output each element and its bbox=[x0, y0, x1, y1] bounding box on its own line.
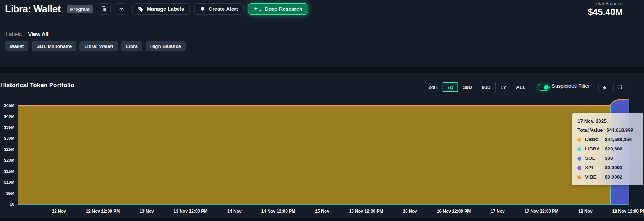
usdc-dot-icon bbox=[577, 138, 581, 142]
x-axis-label: 14 Nov bbox=[227, 209, 241, 214]
label-chip-libra-wallet[interactable]: Libra: Wallet bbox=[79, 41, 118, 51]
total-balance-label: Total Balance bbox=[588, 1, 623, 6]
label-chip-libra[interactable]: Libra bbox=[121, 41, 142, 51]
create-alert-label: Create Alert bbox=[209, 6, 238, 12]
range-all[interactable]: ALL bbox=[511, 82, 530, 92]
chart-title: Historical Token Portfolio bbox=[0, 82, 74, 89]
x-axis-label: 12 Nov 12:00 PM bbox=[86, 209, 120, 214]
y-axis-label: $10M bbox=[0, 180, 14, 184]
toggle-knob bbox=[544, 85, 549, 90]
y-axis-label: $45M bbox=[0, 103, 14, 108]
sparkle-small-icon: ✦ bbox=[259, 9, 261, 12]
y-axis-label: $5M bbox=[0, 191, 14, 195]
portfolio-area-chart[interactable] bbox=[18, 97, 629, 205]
labels-header: Labels View All bbox=[6, 31, 49, 37]
suspicious-filter-label: Suspicious Filter bbox=[552, 83, 590, 89]
page-title: Libra: Wallet bbox=[5, 4, 61, 15]
sol-dot-icon bbox=[577, 157, 581, 161]
wallet-dashboard: { "header": { "title": "Libra: Wallet", … bbox=[0, 0, 644, 221]
suspicious-filter-toggle[interactable] bbox=[538, 84, 550, 91]
tooltip-token-value: $29,606 bbox=[605, 145, 638, 153]
tag-icon bbox=[138, 6, 143, 12]
tooltip-total-label: Total Value bbox=[577, 127, 603, 134]
y-axis-label: $0 bbox=[0, 202, 14, 206]
manage-labels-label: Manage Labels bbox=[147, 6, 184, 12]
x-axis-label: 12 Nov bbox=[52, 209, 66, 214]
favorite-button[interactable]: ★ bbox=[598, 82, 611, 93]
tooltip-row-vibe: VIBE$0.0002 bbox=[572, 172, 643, 182]
tooltip-token-value: $44,589,356 bbox=[605, 136, 638, 143]
y-axis-label: $15M bbox=[0, 169, 14, 173]
y-axis-label: $30M bbox=[0, 136, 14, 140]
label-chip-sol-millionaire[interactable]: SOL Millionaire bbox=[32, 41, 76, 51]
xpi-dot-icon bbox=[577, 166, 581, 170]
x-axis-label: 17 Nov bbox=[490, 209, 504, 214]
tooltip-token-value: $0.0003 bbox=[605, 164, 638, 171]
range-1y[interactable]: 1Y bbox=[495, 82, 511, 92]
label-chips: WalletSOL MillionaireLibra: WalletLibraH… bbox=[5, 41, 186, 51]
x-axis-label: 17 Nov 12:00 PM bbox=[525, 209, 559, 214]
label-chip-high-balance[interactable]: High Balance bbox=[146, 41, 186, 51]
tooltip-token-name: LIBRA bbox=[585, 145, 605, 153]
x-axis-label: 16 Nov 12:00 PM bbox=[437, 209, 471, 214]
bell-icon bbox=[200, 6, 205, 12]
radar-button[interactable] bbox=[115, 3, 128, 15]
tooltip-row-usdc: USDC$44,589,356 bbox=[572, 135, 643, 144]
fullscreen-button[interactable] bbox=[613, 82, 626, 93]
tooltip-token-name: USDC bbox=[585, 136, 605, 143]
x-axis-label: 15 Nov bbox=[315, 209, 329, 214]
tooltip-token-value: $38 bbox=[605, 155, 638, 162]
vibe-dot-icon bbox=[577, 175, 581, 179]
tooltip-rows: USDC$44,589,356LIBRA$29,606SOL$38XPI$0.0… bbox=[572, 135, 643, 182]
label-chip-wallet[interactable]: Wallet bbox=[5, 41, 28, 51]
deep-research-button[interactable]: ✦✦ Deep Research bbox=[248, 3, 308, 15]
tooltip-date: 17 Nov, 2025 bbox=[572, 117, 643, 126]
y-axis-label: $20M bbox=[0, 158, 14, 162]
tooltip-token-name: XPI bbox=[585, 164, 605, 171]
header-row: Libra: Wallet Program Manage Labels Crea… bbox=[5, 2, 626, 16]
usdc-area bbox=[18, 106, 610, 205]
deep-research-label: Deep Research bbox=[265, 6, 302, 12]
range-90d[interactable]: 90D bbox=[477, 82, 495, 92]
star-icon: ★ bbox=[602, 84, 607, 91]
manage-labels-button[interactable]: Manage Labels bbox=[132, 3, 190, 15]
x-axis-label: 13 Nov bbox=[140, 209, 154, 214]
x-axis-label: 18 Nov 12:00 PM bbox=[612, 209, 644, 214]
range-30d[interactable]: 30D bbox=[458, 82, 477, 92]
create-alert-button[interactable]: Create Alert bbox=[194, 3, 244, 15]
x-axis-label: 18 Nov bbox=[578, 209, 592, 214]
sparkle-icon: ✦ bbox=[254, 6, 258, 12]
tooltip-token-value: $0.0002 bbox=[605, 173, 638, 181]
tooltip-total-value: $44,618,999 bbox=[606, 127, 633, 134]
y-axis-label: $40M bbox=[0, 114, 14, 118]
x-axis-label: 16 Nov bbox=[403, 209, 417, 214]
total-balance: Total Balance $45.40M bbox=[588, 1, 623, 17]
x-axis-label: 15 Nov 12:00 PM bbox=[349, 209, 383, 214]
radar-icon bbox=[118, 6, 125, 12]
copy-icon bbox=[101, 6, 107, 12]
total-balance-value: $45.40M bbox=[588, 7, 623, 17]
x-axis-label: 14 Nov 12:00 PM bbox=[261, 209, 296, 214]
total-value-line bbox=[18, 99, 629, 106]
tooltip-row-libra: LIBRA$29,606 bbox=[572, 144, 643, 154]
entity-type-badge: Program bbox=[67, 5, 93, 13]
copy-address-button[interactable] bbox=[98, 3, 111, 15]
tooltip-row-sol: SOL$38 bbox=[572, 154, 643, 163]
range-24h[interactable]: 24H bbox=[424, 82, 442, 92]
tooltip-row-xpi: XPI$0.0003 bbox=[572, 163, 643, 172]
libra-dot-icon bbox=[577, 147, 581, 151]
x-axis-label: 13 Nov 12:00 PM bbox=[174, 209, 208, 214]
y-axis-label: $35M bbox=[0, 125, 14, 130]
chart-tooltip: 17 Nov, 2025 Total Value $44,618,999 USD… bbox=[572, 113, 643, 185]
tooltip-token-name: VIBE bbox=[585, 173, 605, 181]
y-axis-label: $25M bbox=[0, 147, 14, 152]
time-range-selector: 24H7D30D90D1YALL bbox=[424, 82, 530, 92]
labels-title: Labels bbox=[6, 31, 22, 37]
fullscreen-icon bbox=[617, 84, 622, 91]
tooltip-total: Total Value $44,618,999 bbox=[572, 126, 643, 135]
range-7d[interactable]: 7D bbox=[442, 82, 458, 92]
view-all-link[interactable]: View All bbox=[28, 31, 49, 37]
tooltip-token-name: SOL bbox=[585, 155, 605, 162]
